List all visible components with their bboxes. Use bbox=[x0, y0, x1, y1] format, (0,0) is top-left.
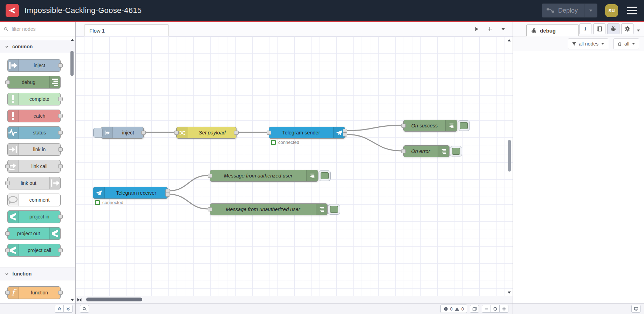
debug-clear-button[interactable]: all bbox=[614, 39, 639, 49]
node-output-port[interactable] bbox=[165, 193, 170, 197]
flow-canvas[interactable]: injectSet payloadTelegram senderconnecte… bbox=[76, 36, 513, 296]
node-output-port[interactable] bbox=[58, 131, 63, 135]
canvas-hscroll-thumb[interactable] bbox=[86, 298, 142, 301]
node-output-port[interactable] bbox=[58, 147, 63, 152]
scroll-down-arrow-icon[interactable] bbox=[507, 290, 512, 295]
debug-enable-toggle[interactable] bbox=[328, 204, 340, 215]
node-output-port[interactable] bbox=[58, 248, 63, 252]
add-flow-button[interactable] bbox=[487, 27, 492, 32]
search-flows-button[interactable] bbox=[80, 305, 89, 313]
flow-node-on-error[interactable]: On error bbox=[403, 145, 450, 157]
palette-node-status[interactable]: status bbox=[7, 126, 61, 139]
wire[interactable] bbox=[346, 125, 402, 131]
flow-node-on-success[interactable]: On success bbox=[403, 120, 457, 132]
inject-trigger-button[interactable] bbox=[93, 128, 103, 138]
scroll-down-arrow-icon[interactable] bbox=[70, 297, 75, 302]
palette-node-link-call[interactable]: link call bbox=[7, 160, 61, 173]
error-count-icon[interactable] bbox=[444, 307, 448, 311]
canvas-vertical-scrollbar[interactable] bbox=[507, 38, 512, 295]
expand-categories-button[interactable] bbox=[63, 305, 73, 313]
palette-node-project-call[interactable]: project call bbox=[7, 244, 61, 257]
user-avatar[interactable]: su bbox=[605, 4, 618, 17]
sidebar-tab-debug-button[interactable] bbox=[607, 23, 619, 34]
flow-node-message-from-autherized-user[interactable]: Message from autherized user bbox=[210, 170, 318, 182]
sidebar-tab-help-button[interactable] bbox=[593, 23, 605, 34]
deploy-options-caret[interactable] bbox=[584, 4, 597, 17]
palette-node-link-in[interactable]: link in bbox=[7, 143, 61, 156]
palette-node-complete[interactable]: complete bbox=[7, 93, 61, 105]
debug-enable-toggle[interactable] bbox=[458, 120, 470, 131]
palette-category-function[interactable]: function bbox=[0, 267, 75, 280]
node-input-port[interactable] bbox=[401, 124, 406, 128]
node-input-port[interactable] bbox=[208, 207, 212, 211]
collapse-categories-button[interactable] bbox=[55, 305, 64, 313]
node-input-port[interactable] bbox=[5, 291, 10, 295]
sidebar-menu-caret[interactable] bbox=[636, 28, 640, 36]
scroll-up-arrow-icon[interactable] bbox=[70, 37, 75, 42]
node-input-port[interactable] bbox=[174, 131, 179, 135]
node-output-port[interactable] bbox=[234, 131, 239, 135]
flow-node-label: Message from autherized user bbox=[210, 170, 306, 181]
debug-filter-button[interactable]: all nodes bbox=[568, 39, 608, 49]
exclamation-icon bbox=[8, 110, 19, 122]
canvas-vscroll-thumb[interactable] bbox=[508, 140, 511, 172]
node-output-port[interactable] bbox=[141, 131, 146, 135]
main-menu-button[interactable] bbox=[626, 5, 638, 16]
palette-category-common[interactable]: common bbox=[0, 40, 75, 53]
palette-node-catch[interactable]: catch bbox=[7, 110, 61, 122]
node-output-port[interactable] bbox=[58, 291, 63, 295]
open-debug-window-button[interactable] bbox=[631, 305, 640, 313]
node-output-port[interactable] bbox=[58, 97, 63, 101]
wire[interactable] bbox=[169, 175, 208, 191]
palette-node-project-in[interactable]: project in bbox=[7, 210, 61, 223]
flow-node-telegram-receiver[interactable]: Telegram receiver bbox=[93, 187, 168, 199]
deploy-button[interactable]: Deploy bbox=[542, 4, 597, 18]
wire[interactable] bbox=[346, 134, 402, 151]
node-input-port[interactable] bbox=[401, 149, 406, 153]
flow-menu-caret[interactable] bbox=[501, 27, 506, 32]
node-input-port[interactable] bbox=[5, 181, 10, 185]
palette-scrollbar[interactable] bbox=[70, 37, 75, 302]
list-flows-button[interactable] bbox=[474, 27, 479, 32]
node-input-port[interactable] bbox=[5, 231, 10, 236]
palette-scrollbar-thumb[interactable] bbox=[70, 51, 74, 76]
canvas-horizontal-scrollbar[interactable] bbox=[76, 296, 513, 303]
node-output-port[interactable] bbox=[58, 164, 63, 168]
sidebar-tab-config-button[interactable] bbox=[621, 23, 633, 34]
zoom-reset-button[interactable] bbox=[491, 305, 500, 313]
navigator-button[interactable] bbox=[470, 305, 479, 313]
palette-node-project-out[interactable]: project out bbox=[7, 227, 61, 240]
palette-node-link-out[interactable]: link out bbox=[7, 177, 61, 189]
zoom-in-button[interactable] bbox=[499, 305, 508, 313]
node-input-port[interactable] bbox=[5, 164, 10, 168]
debug-messages-list[interactable] bbox=[513, 51, 644, 303]
wire[interactable] bbox=[169, 194, 208, 209]
flow-node-telegram-sender[interactable]: Telegram sender bbox=[269, 127, 345, 139]
node-output-port[interactable] bbox=[343, 132, 347, 137]
palette-node-debug[interactable]: debug bbox=[7, 76, 61, 89]
node-input-port[interactable] bbox=[267, 131, 271, 135]
node-input-port[interactable] bbox=[5, 248, 10, 252]
palette-node-comment[interactable]: comment bbox=[7, 194, 61, 206]
scroll-up-arrow-icon[interactable] bbox=[507, 38, 512, 43]
zoom-out-button[interactable] bbox=[482, 305, 491, 313]
tab-debug[interactable]: debug bbox=[526, 25, 579, 36]
flow-node-message-from-unautherized-user[interactable]: Message from unautherized user bbox=[210, 203, 328, 215]
node-output-port[interactable] bbox=[58, 63, 63, 68]
scroll-right-arrow-icon[interactable] bbox=[76, 297, 81, 302]
debug-enable-toggle[interactable] bbox=[318, 170, 331, 181]
node-input-port[interactable] bbox=[5, 80, 10, 84]
palette-search-input[interactable] bbox=[11, 26, 72, 32]
palette-search[interactable] bbox=[0, 22, 75, 36]
flow-node-set-payload[interactable]: Set payload bbox=[176, 127, 237, 139]
flow-node-inject[interactable]: inject bbox=[101, 127, 144, 139]
warning-count-icon[interactable] bbox=[455, 307, 459, 311]
node-output-port[interactable] bbox=[58, 114, 63, 118]
node-output-port[interactable] bbox=[58, 215, 63, 219]
palette-node-inject[interactable]: inject bbox=[7, 59, 61, 72]
sidebar-tab-info-button[interactable]: i bbox=[579, 23, 591, 34]
tab-flow-1[interactable]: Flow 1 bbox=[84, 25, 169, 36]
debug-enable-toggle[interactable] bbox=[450, 146, 462, 156]
palette-node-function[interactable]: ffunction bbox=[7, 286, 61, 299]
node-input-port[interactable] bbox=[208, 174, 212, 178]
